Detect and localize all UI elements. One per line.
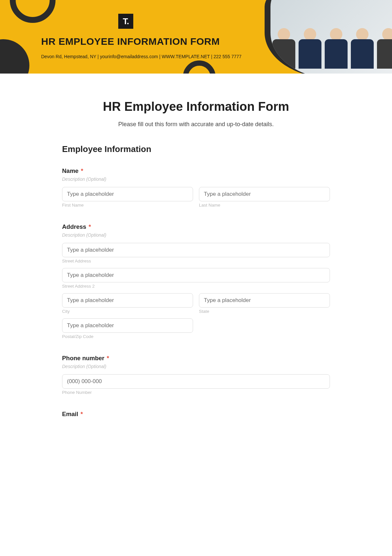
last-name-input[interactable] — [199, 187, 330, 201]
decor-ring-bottom — [183, 60, 216, 74]
state-sublabel: State — [199, 309, 330, 314]
name-label: Name * — [62, 167, 330, 175]
email-label: Email * — [62, 411, 330, 418]
address-label: Address * — [62, 223, 330, 230]
required-asterisk: * — [107, 355, 109, 362]
state-input[interactable] — [199, 293, 330, 308]
street-address-2-input[interactable] — [62, 268, 330, 282]
first-name-input[interactable] — [62, 187, 193, 201]
header-banner: T. HR EMPLOYEE INFORMATION FORM Devon Rd… — [0, 0, 392, 74]
last-name-sublabel: Last Name — [199, 203, 330, 208]
city-input[interactable] — [62, 293, 193, 308]
required-asterisk: * — [81, 167, 83, 174]
address-description: Description (Optional) — [62, 232, 330, 238]
decor-ring-top-left — [10, 0, 56, 23]
zip-input[interactable] — [62, 318, 193, 333]
city-sublabel: City — [62, 309, 193, 314]
name-description: Description (Optional) — [62, 177, 330, 182]
banner-subtitle: Devon Rd, Hempstead, NY | yourinfo@email… — [41, 54, 241, 59]
address-label-text: Address — [62, 223, 86, 230]
email-label-text: Email — [62, 411, 78, 417]
required-asterisk: * — [81, 411, 83, 417]
page-title: HR Employee Information Form — [62, 100, 330, 114]
zip-sublabel: Postal/Zip Code — [62, 334, 193, 339]
required-asterisk: * — [89, 223, 91, 230]
street-address-sublabel: Street Address — [62, 259, 330, 263]
form-page: HR Employee Information Form Please fill… — [62, 74, 330, 433]
section-heading: Employee Information — [62, 144, 330, 154]
field-phone: Phone number * Description (Optional) Ph… — [62, 355, 330, 395]
field-name: Name * Description (Optional) First Name… — [62, 167, 330, 208]
brand-logo: T. — [118, 14, 133, 29]
phone-number-input[interactable] — [62, 374, 330, 389]
banner-photo — [265, 0, 392, 74]
field-email: Email * — [62, 411, 330, 418]
name-label-text: Name — [62, 167, 78, 174]
phone-label: Phone number * — [62, 355, 330, 362]
phone-description: Description (Optional) — [62, 364, 330, 369]
street-address-input[interactable] — [62, 243, 330, 257]
banner-title: HR EMPLOYEE INFORMATION FORM — [41, 36, 220, 47]
first-name-sublabel: First Name — [62, 203, 193, 208]
field-address: Address * Description (Optional) Street … — [62, 223, 330, 339]
phone-label-text: Phone number — [62, 355, 105, 362]
decor-circle-left — [0, 39, 29, 74]
phone-number-sublabel: Phone Number — [62, 390, 330, 395]
street-address-2-sublabel: Street Address 2 — [62, 284, 330, 289]
page-intro: Please fill out this form with accurate … — [62, 121, 330, 128]
